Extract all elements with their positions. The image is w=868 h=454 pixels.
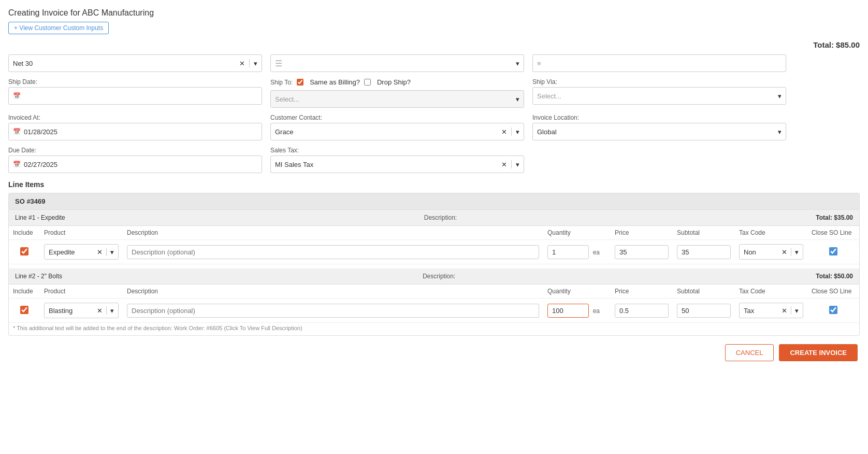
line1-description-input[interactable]	[127, 245, 539, 259]
line-item-1: Line #1 - Expedite Description: Total: $…	[9, 210, 859, 264]
memo-select[interactable]: ▾	[270, 54, 524, 72]
invoice-location-select[interactable]: Global ▾	[532, 123, 786, 140]
sales-tax-clear-icon[interactable]: ✕	[501, 161, 507, 168]
line1-subtotal-input[interactable]	[677, 245, 731, 259]
line2-taxcode-value: Tax	[744, 307, 782, 315]
create-invoice-button[interactable]: CREATE INVOICE	[779, 344, 858, 361]
ship-to-placeholder: Select...	[275, 95, 516, 103]
sales-tax-select[interactable]: MI Sales Tax ✕ ▾	[270, 155, 524, 173]
so-header: SO #3469	[9, 193, 859, 210]
line1-price-input[interactable]	[615, 245, 669, 259]
so-block: SO #3469 Line #1 - Expedite Description:…	[8, 193, 860, 336]
terms-select[interactable]: Net 30 ✕ ▾	[8, 54, 262, 72]
view-custom-inputs-button[interactable]: + View Customer Custom Inputs	[8, 22, 109, 34]
ship-date-input[interactable]	[24, 92, 257, 100]
invoice-location-label: Invoice Location:	[532, 114, 786, 121]
due-date-input[interactable]	[24, 161, 257, 168]
customer-contact-chevron-icon[interactable]: ▾	[516, 128, 519, 136]
due-date-calendar-icon: 📅	[13, 161, 21, 168]
select-right-top[interactable]: ≡	[532, 54, 786, 72]
ship-via-label: Ship Via:	[532, 78, 786, 86]
customer-contact-select[interactable]: Grace ✕ ▾	[270, 123, 524, 140]
line1-col-taxcode: Tax Code	[735, 226, 807, 240]
line2-product-chevron-icon[interactable]: ▾	[110, 307, 114, 315]
line2-taxcode-clear-icon[interactable]: ✕	[782, 307, 787, 315]
line2-quantity-input[interactable]	[547, 304, 589, 318]
line2-col-price: Price	[611, 285, 673, 299]
ship-via-chevron-icon[interactable]: ▾	[778, 92, 782, 100]
ship-to-select[interactable]: Select... ▾	[270, 90, 524, 108]
line1-quantity-input[interactable]	[547, 245, 589, 259]
line2-ea-label: ea	[591, 307, 602, 315]
page-title: Creating Invoice for ABC Manufacturing	[8, 8, 860, 18]
memo-icon	[275, 59, 516, 68]
line2-desc-label: Description:	[423, 273, 455, 280]
memo-chevron-icon[interactable]: ▾	[516, 60, 519, 67]
line2-header: Line #2 - 2" Bolts Description: Total: $…	[9, 268, 859, 285]
invoice-location-value: Global	[537, 128, 778, 136]
invoice-location-chevron-icon[interactable]: ▾	[778, 128, 782, 136]
line1-desc-label: Description:	[424, 214, 457, 221]
line1-taxcode-clear-icon[interactable]: ✕	[782, 248, 787, 256]
line2-description-input[interactable]	[127, 304, 539, 318]
line2-closeso-checkbox[interactable]	[812, 306, 855, 314]
line1-include-checkbox[interactable]	[13, 247, 36, 256]
line1-taxcode-select[interactable]: Non ✕ ▾	[739, 244, 803, 260]
line2-total: Total: $50.00	[816, 273, 853, 280]
terms-value: Net 30	[13, 60, 239, 67]
line1-col-include: Include	[9, 226, 40, 240]
line2-footer-note: * This additional text will be added to …	[9, 323, 859, 335]
line2-subtotal-input[interactable]	[677, 304, 731, 318]
line1-col-closeso: Close SO Line	[807, 226, 859, 240]
line2-product-select[interactable]: Blasting ✕ ▾	[44, 303, 119, 318]
line1-col-product: Product	[40, 226, 123, 240]
line2-col-quantity: Quantity	[543, 285, 611, 299]
cancel-button[interactable]: CANCEL	[725, 344, 774, 361]
terms-clear-icon[interactable]: ✕	[239, 60, 245, 67]
ship-date-field[interactable]: 📅	[8, 87, 262, 105]
total-display: Total: $85.00	[8, 40, 860, 49]
drop-ship-check[interactable]: Drop Ship?	[364, 78, 411, 86]
line2-col-product: Product	[40, 285, 123, 299]
line2-product-clear-icon[interactable]: ✕	[97, 307, 103, 315]
ship-to-label: Ship To:	[270, 79, 293, 86]
line1-total: Total: $35.00	[816, 214, 853, 221]
ship-to-chevron-icon[interactable]: ▾	[516, 95, 519, 103]
line1-product-select[interactable]: Expedite ✕ ▾	[44, 244, 119, 260]
line1-closeso-checkbox[interactable]	[812, 247, 855, 256]
line1-col-subtotal: Subtotal	[673, 226, 735, 240]
line2-taxcode-select[interactable]: Tax ✕ ▾	[739, 303, 803, 318]
same-as-billing-check[interactable]: Same as Billing?	[297, 78, 360, 86]
line1-product-clear-icon[interactable]: ✕	[97, 248, 103, 256]
line2-price-input[interactable]	[615, 304, 669, 318]
line2-include-checkbox[interactable]	[13, 306, 36, 314]
line1-col-price: Price	[611, 226, 673, 240]
line2-title: Line #2 - 2" Bolts	[15, 273, 62, 280]
invoiced-at-input[interactable]	[24, 128, 257, 136]
line2-col-include: Include	[9, 285, 40, 299]
terms-chevron-icon[interactable]: ▾	[254, 60, 257, 67]
table-row: Expedite ✕ ▾ ea	[9, 240, 859, 264]
invoiced-at-field[interactable]: 📅	[8, 123, 262, 140]
same-as-billing-label: Same as Billing?	[310, 78, 360, 86]
drop-ship-label: Drop Ship?	[377, 78, 411, 86]
line1-taxcode-chevron-icon[interactable]: ▾	[795, 248, 799, 256]
ship-via-select[interactable]: Select... ▾	[532, 87, 786, 105]
same-as-billing-checkbox[interactable]	[297, 79, 303, 86]
customer-contact-label: Customer Contact:	[270, 114, 524, 121]
line1-col-description: Description	[123, 226, 543, 240]
line1-header: Line #1 - Expedite Description: Total: $…	[9, 210, 859, 226]
sales-tax-chevron-icon[interactable]: ▾	[516, 161, 519, 168]
sales-tax-label: Sales Tax:	[270, 147, 524, 154]
line-items-label: Line Items	[8, 180, 860, 189]
invoiced-at-calendar-icon: 📅	[13, 128, 21, 135]
line1-product-chevron-icon[interactable]: ▾	[110, 248, 114, 256]
ship-date-label: Ship Date:	[8, 78, 262, 86]
due-date-field[interactable]: 📅	[8, 155, 262, 173]
line2-product-value: Blasting	[49, 307, 97, 315]
customer-contact-clear-icon[interactable]: ✕	[501, 128, 507, 136]
line2-col-subtotal: Subtotal	[673, 285, 735, 299]
select-right-top-placeholder: ≡	[537, 60, 782, 67]
line2-taxcode-chevron-icon[interactable]: ▾	[795, 307, 799, 315]
drop-ship-checkbox[interactable]	[364, 79, 371, 86]
